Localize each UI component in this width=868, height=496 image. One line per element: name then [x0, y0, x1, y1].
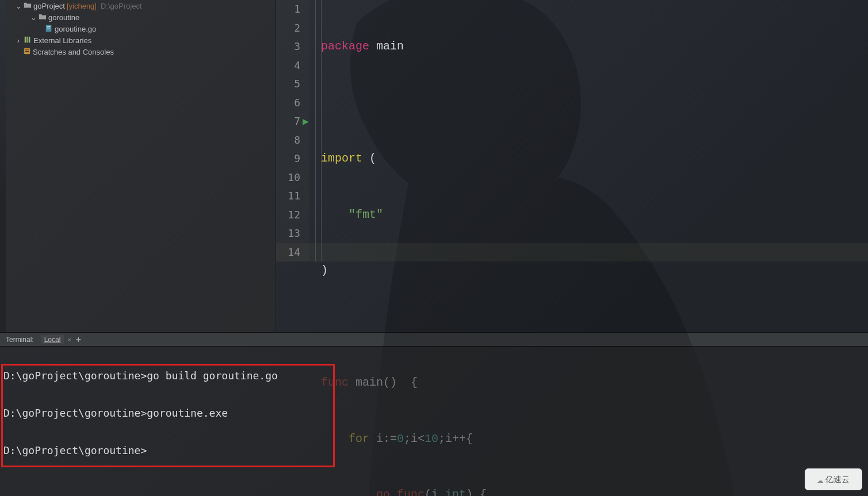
- project-config-label: [yicheng]: [67, 2, 97, 10]
- scratches-icon: [23, 47, 31, 57]
- paren-close: ): [321, 264, 328, 277]
- gutter-separator: [315, 0, 316, 262]
- keyword-import: import: [321, 152, 362, 165]
- line-number: 14: [276, 243, 300, 262]
- line-number: 2: [276, 19, 300, 38]
- go-file-icon: [45, 24, 53, 34]
- chevron-right-icon[interactable]: ›: [15, 36, 22, 45]
- svg-rect-3: [47, 28, 51, 28]
- tree-row-goroutine-file[interactable]: goroutine.go: [8, 23, 273, 34]
- line-number: 6: [276, 94, 300, 113]
- line-number: 3: [276, 37, 300, 56]
- svg-rect-2: [47, 26, 51, 26]
- cloud-icon: ☁: [817, 470, 824, 489]
- tree-row-goroutine-folder[interactable]: ⌄ goroutine: [8, 11, 273, 23]
- folder-icon: [39, 13, 47, 22]
- line-number: 5: [276, 75, 300, 94]
- scratches-label: Scratches and Consoles: [33, 48, 114, 56]
- terminal-line: D:\goProject\goroutine>goroutine.exe: [3, 404, 868, 423]
- external-libs-label: External Libraries: [33, 36, 91, 45]
- ident-main: main: [369, 40, 404, 53]
- goroutine-file-label: goroutine.go: [55, 25, 96, 33]
- terminal-tab-local[interactable]: Local: [41, 335, 64, 344]
- code-editor[interactable]: 1 2 3 4 5 6 7 ▶ 8 9 10 11 12 13 14 packa…: [276, 0, 868, 332]
- terminal-line: D:\goProject\goroutine>go build goroutin…: [3, 367, 868, 386]
- tree-row-external-libs[interactable]: › External Libraries: [8, 34, 273, 46]
- terminal-new-tab-icon[interactable]: +: [76, 336, 81, 343]
- terminal-panel[interactable]: D:\goProject\goroutine>go build goroutin…: [0, 347, 868, 496]
- svg-rect-5: [26, 36, 28, 43]
- folder-icon: [24, 1, 32, 11]
- chevron-down-icon[interactable]: ⌄: [30, 13, 37, 22]
- terminal-line: [3, 423, 868, 442]
- library-icon: [24, 36, 32, 45]
- terminal-label: Terminal:: [6, 336, 34, 344]
- terminal-line: D:\goProject\goroutine>: [3, 441, 868, 460]
- tree-row-scratches[interactable]: Scratches and Consoles: [8, 46, 273, 57]
- svg-rect-4: [25, 36, 26, 43]
- project-root-name: goProject: [33, 2, 65, 10]
- keyword-package: package: [321, 40, 369, 53]
- line-number: 1: [276, 0, 300, 19]
- line-number: 7: [276, 112, 300, 131]
- paren-open: (: [362, 152, 376, 165]
- run-gutter-icon[interactable]: ▶: [303, 112, 309, 131]
- terminal-line: [3, 386, 868, 405]
- line-number: 8: [276, 131, 300, 150]
- project-root-path: D:\goProject: [101, 2, 142, 10]
- string-fmt: "fmt": [321, 208, 383, 221]
- chevron-down-icon[interactable]: ⌄: [15, 2, 22, 10]
- line-number: 12: [276, 206, 300, 225]
- line-number: 13: [276, 224, 300, 243]
- terminal-tab-close-icon[interactable]: ×: [67, 336, 71, 343]
- watermark-badge: ☁ 亿速云: [805, 468, 862, 490]
- tree-row-project-root[interactable]: ⌄ goProject [yicheng] D:\goProject: [8, 0, 273, 11]
- svg-rect-9: [25, 51, 29, 52]
- line-number: 11: [276, 187, 300, 206]
- line-number: 4: [276, 56, 300, 75]
- project-sidebar: ⌄ goProject [yicheng] D:\goProject ⌄ gor…: [6, 0, 276, 332]
- svg-rect-8: [25, 49, 29, 50]
- watermark-text: 亿速云: [825, 470, 850, 489]
- line-number: 9: [276, 149, 300, 168]
- project-tree[interactable]: ⌄ goProject [yicheng] D:\goProject ⌄ gor…: [6, 0, 276, 57]
- goroutine-folder-label: goroutine: [48, 13, 79, 22]
- svg-rect-6: [29, 36, 30, 43]
- line-number: 10: [276, 168, 300, 187]
- left-tool-strip[interactable]: [0, 0, 6, 332]
